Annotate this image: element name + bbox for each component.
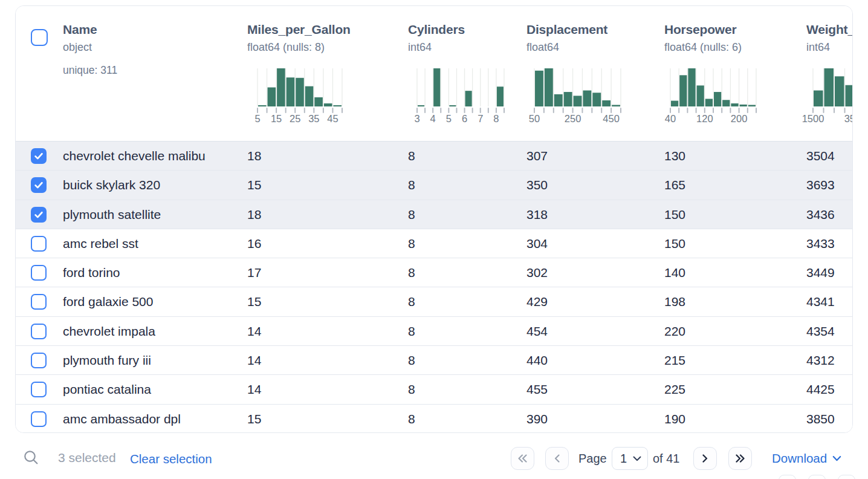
histogram-svg: 515253545 xyxy=(257,68,342,124)
column-header-wt[interactable]: Weight_in_lbs xyxy=(806,22,853,37)
column-header-name[interactable]: Name xyxy=(63,22,97,37)
column-dtype-cyl: int64 xyxy=(408,41,432,54)
checkmark-icon xyxy=(33,179,45,191)
row-checkbox[interactable] xyxy=(31,265,47,281)
cell-disp: 304 xyxy=(526,229,548,258)
row-checkbox[interactable] xyxy=(31,177,47,193)
table-row: pontiac catalina1484552254425 xyxy=(16,375,852,404)
search-icon[interactable] xyxy=(23,449,39,468)
table-body: chevrolet chevelle malibu1883071303504bu… xyxy=(16,142,852,432)
cell-hp: 220 xyxy=(664,317,685,345)
cutoff-button-stub-3[interactable] xyxy=(838,475,855,479)
row-checkbox[interactable] xyxy=(31,411,47,427)
svg-text:5: 5 xyxy=(446,113,452,124)
cell-cyl: 8 xyxy=(408,142,415,170)
column-header-disp[interactable]: Displacement xyxy=(526,22,607,37)
histogram-svg: 15003500 xyxy=(813,68,853,124)
cutoff-button-stub-2[interactable] xyxy=(808,475,826,479)
cell-mpg: 15 xyxy=(247,287,261,316)
cell-mpg: 15 xyxy=(247,405,261,433)
cell-disp: 455 xyxy=(526,375,548,403)
row-checkbox[interactable] xyxy=(31,294,47,310)
table-row: chevrolet impala1484542204354 xyxy=(16,317,852,346)
row-checkbox[interactable] xyxy=(31,148,47,164)
cell-hp: 225 xyxy=(664,375,685,403)
page-label: Page xyxy=(578,452,607,466)
cell-name: pontiac catalina xyxy=(63,375,151,403)
cell-wt: 4354 xyxy=(806,317,835,345)
svg-text:50: 50 xyxy=(529,113,540,124)
cell-name: amc rebel sst xyxy=(63,229,138,258)
cell-disp: 429 xyxy=(526,287,548,316)
chevron-left-icon xyxy=(553,454,561,463)
column-header-mpg[interactable]: Miles_per_Gallon xyxy=(247,22,351,37)
table-row: amc ambassador dpl1583901903850 xyxy=(16,405,852,433)
cell-cyl: 8 xyxy=(408,317,415,345)
svg-text:4: 4 xyxy=(430,113,436,124)
column-header-cyl[interactable]: Cylinders xyxy=(408,22,465,37)
last-page-button[interactable] xyxy=(728,447,752,470)
chevron-down-icon xyxy=(633,456,641,461)
cell-wt: 3504 xyxy=(806,142,835,170)
data-table-card: Nameobjectunique: 311Miles_per_Gallonflo… xyxy=(15,5,853,433)
checkmark-icon xyxy=(33,150,45,162)
svg-text:1500: 1500 xyxy=(802,113,824,124)
svg-text:7: 7 xyxy=(478,113,483,124)
prev-page-button[interactable] xyxy=(545,447,569,470)
column-dtype-hp: float64 (nulls: 6) xyxy=(664,41,742,54)
cell-name: plymouth satellite xyxy=(63,200,161,229)
histogram-hp[interactable]: 40120200 xyxy=(670,68,756,124)
column-dtype-disp: float64 xyxy=(526,41,559,54)
chevron-right-icon xyxy=(701,454,709,463)
column-dtype-wt: int64 xyxy=(806,41,830,54)
cutoff-button-stub-1[interactable] xyxy=(779,475,796,479)
svg-text:5: 5 xyxy=(254,113,260,124)
svg-text:6: 6 xyxy=(462,113,467,124)
cell-wt: 4425 xyxy=(806,375,835,403)
table-header: Nameobjectunique: 311Miles_per_Gallonflo… xyxy=(16,6,852,142)
clear-selection-link[interactable]: Clear selection xyxy=(130,452,212,466)
double-chevron-left-icon xyxy=(517,454,528,463)
cell-wt: 3693 xyxy=(806,171,835,199)
column-header-hp[interactable]: Horsepower xyxy=(664,22,736,37)
histogram-disp[interactable]: 50250450 xyxy=(534,68,621,124)
cell-mpg: 15 xyxy=(247,171,261,199)
first-page-button[interactable] xyxy=(511,447,534,470)
cell-name: buick skylark 320 xyxy=(63,171,160,199)
chevron-down-icon xyxy=(832,455,841,461)
svg-text:250: 250 xyxy=(565,113,581,124)
svg-text:3500: 3500 xyxy=(844,113,853,124)
page-select[interactable]: 1 xyxy=(612,447,648,470)
histogram-cyl[interactable]: 345678 xyxy=(417,68,504,124)
row-checkbox[interactable] xyxy=(31,353,47,368)
cell-cyl: 8 xyxy=(408,200,415,229)
svg-text:40: 40 xyxy=(665,113,676,124)
table-row: plymouth fury iii1484402154312 xyxy=(16,346,852,375)
row-checkbox[interactable] xyxy=(31,324,47,339)
next-page-button[interactable] xyxy=(693,447,717,470)
download-button[interactable]: Download xyxy=(772,451,841,466)
cell-wt: 4312 xyxy=(806,346,835,374)
page-select-value: 1 xyxy=(620,452,627,466)
row-checkbox[interactable] xyxy=(31,207,47,223)
svg-text:3: 3 xyxy=(414,113,419,124)
cell-disp: 390 xyxy=(526,405,548,433)
cell-cyl: 8 xyxy=(408,405,415,433)
cell-mpg: 14 xyxy=(247,317,261,345)
cell-disp: 440 xyxy=(526,346,548,374)
cell-hp: 150 xyxy=(664,229,685,258)
select-all-checkbox[interactable] xyxy=(31,29,48,46)
cell-name: plymouth fury iii xyxy=(63,346,151,374)
histogram-wt[interactable]: 15003500 xyxy=(813,68,853,124)
column-extra-name: unique: 311 xyxy=(63,64,117,77)
row-checkbox[interactable] xyxy=(31,382,47,397)
cell-cyl: 8 xyxy=(408,229,415,258)
cell-name: ford galaxie 500 xyxy=(63,287,153,316)
table-row: amc rebel sst1683041503433 xyxy=(16,229,852,258)
histogram-mpg[interactable]: 515253545 xyxy=(257,68,342,124)
cell-cyl: 8 xyxy=(408,287,415,316)
row-checkbox[interactable] xyxy=(31,236,47,252)
histogram-svg: 40120200 xyxy=(670,68,756,124)
column-dtype-name: object xyxy=(63,41,92,54)
cell-hp: 198 xyxy=(664,287,685,316)
